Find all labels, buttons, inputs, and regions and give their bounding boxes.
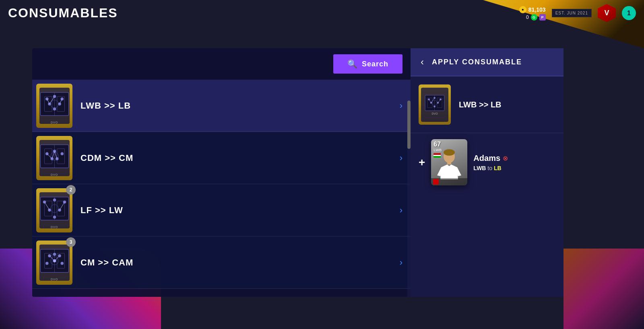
item-label-cm-cam: CM >> CAM: [80, 257, 396, 268]
list-item[interactable]: DVO LWB >> LB ›: [32, 80, 411, 132]
plus-icon: +: [419, 156, 425, 169]
svg-point-59: [433, 97, 436, 99]
card-badge: DVO: [51, 121, 58, 124]
back-icon: ‹: [421, 56, 424, 67]
page-title: CONSUMABLES: [8, 6, 118, 21]
top-bar: CONSUMABLES ● 81,103 0 G P EST. JUN 2021…: [0, 0, 644, 26]
club-badge: V: [598, 4, 616, 22]
player-card: 67 LWB: [431, 139, 467, 185]
svg-point-33: [53, 198, 56, 202]
selected-tactical-svg: [424, 95, 445, 111]
list-item[interactable]: 3: [32, 236, 411, 289]
item-arrow-0: ›: [400, 101, 402, 111]
tactical-svg: [39, 88, 70, 120]
selected-card-inner: DVO: [421, 88, 448, 122]
card-badge: DVO: [51, 226, 58, 228]
svg-point-10: [53, 107, 56, 111]
selected-card-image: DVO: [419, 84, 451, 125]
svg-point-21: [60, 152, 64, 155]
card-image-lwb-lb: DVO: [36, 84, 72, 128]
svg-point-37: [53, 216, 56, 219]
level-badge: 1: [622, 6, 636, 20]
scrollbar-track[interactable]: [407, 101, 411, 297]
est-badge: EST. JUN 2021: [552, 9, 592, 17]
search-bar-area: 🔍 Search: [32, 48, 411, 80]
player-section: + 67 LWB: [411, 133, 564, 191]
item-label-lwb-lb: LWB >> LB: [80, 101, 396, 111]
coins-row: ● 81,103: [519, 6, 546, 13]
card-inner: DVO: [39, 88, 70, 124]
selected-consumable: DVO LWB >> LB: [411, 76, 564, 133]
player-conversion: LWB to LB: [473, 165, 555, 171]
svg-rect-69: [447, 161, 451, 164]
card-image-cm-cam: 3: [36, 241, 72, 285]
player-card-bottom: [431, 178, 467, 185]
consumables-list[interactable]: DVO LWB >> LB ›: [32, 80, 411, 297]
currency-block: ● 81,103 0 G P: [519, 6, 546, 21]
search-label: Search: [362, 60, 388, 68]
card-badge: DVO: [51, 173, 58, 176]
main-content: 🔍 Search: [32, 48, 612, 297]
card-inner: DVO: [39, 140, 70, 176]
search-button[interactable]: 🔍 Search: [333, 54, 402, 74]
item-arrow-1: ›: [400, 153, 402, 163]
card-count-badge-3: 3: [66, 237, 76, 247]
search-icon: 🔍: [347, 59, 358, 69]
tactical-svg: [39, 245, 70, 277]
coin-icon: ●: [519, 6, 526, 13]
svg-point-68: [444, 149, 455, 156]
svg-point-63: [433, 105, 436, 107]
player-rating: 67: [433, 141, 465, 148]
item-arrow-2: ›: [400, 205, 402, 216]
player-club-badge: [433, 179, 439, 185]
card-inner: DVO: [39, 245, 70, 281]
back-button[interactable]: ‹: [419, 54, 426, 70]
player-silhouette: [433, 149, 465, 179]
card-image-lf-lw: 2: [36, 188, 72, 232]
scrollbar-thumb[interactable]: [407, 101, 411, 149]
item-arrow-3: ›: [400, 257, 402, 268]
conversion-sep: to: [487, 165, 494, 171]
points-row: 0 G P: [526, 14, 546, 21]
conversion-to: LB: [494, 165, 502, 171]
item-label-lf-lw: LF >> LW: [80, 205, 396, 216]
conversion-from: LWB: [473, 165, 486, 171]
svg-point-46: [53, 253, 56, 256]
player-info: Adams ⊗ LWB to LB: [473, 154, 555, 171]
card-badge: DVO: [51, 278, 58, 281]
player-change-icon: ⊗: [503, 154, 508, 162]
svg-point-49: [60, 262, 64, 265]
card-image-cdm-cm: DVO: [36, 136, 72, 180]
card-count-badge-2: 2: [66, 185, 76, 195]
top-right-area: ● 81,103 0 G P EST. JUN 2021 V 1: [519, 4, 636, 22]
right-panel-title: APPLY CONSUMABLE: [432, 58, 522, 66]
points-purple-icon: P: [539, 14, 546, 21]
right-panel: ‹ APPLY CONSUMABLE: [411, 48, 564, 297]
player-name: Adams: [473, 154, 500, 163]
selected-card-dvo: DVO: [431, 112, 438, 115]
points-green-value: 0: [526, 14, 529, 20]
points-green-icon: G: [531, 14, 537, 21]
tactical-svg: [39, 192, 70, 225]
card-inner: DVO: [39, 192, 70, 228]
selected-card-name: LWB >> LB: [459, 100, 502, 109]
list-item[interactable]: DVO CDM >> CM ›: [32, 132, 411, 184]
svg-point-48: [45, 262, 49, 265]
svg-point-58: [428, 98, 430, 100]
item-label-cdm-cm: CDM >> CM: [80, 153, 396, 163]
coins-value: 81,103: [528, 6, 546, 13]
left-panel: 🔍 Search: [32, 48, 411, 297]
list-item[interactable]: 2: [32, 184, 411, 236]
player-photo-area: [431, 147, 467, 179]
right-panel-header: ‹ APPLY CONSUMABLE: [411, 48, 564, 76]
tactical-svg: [39, 140, 70, 173]
